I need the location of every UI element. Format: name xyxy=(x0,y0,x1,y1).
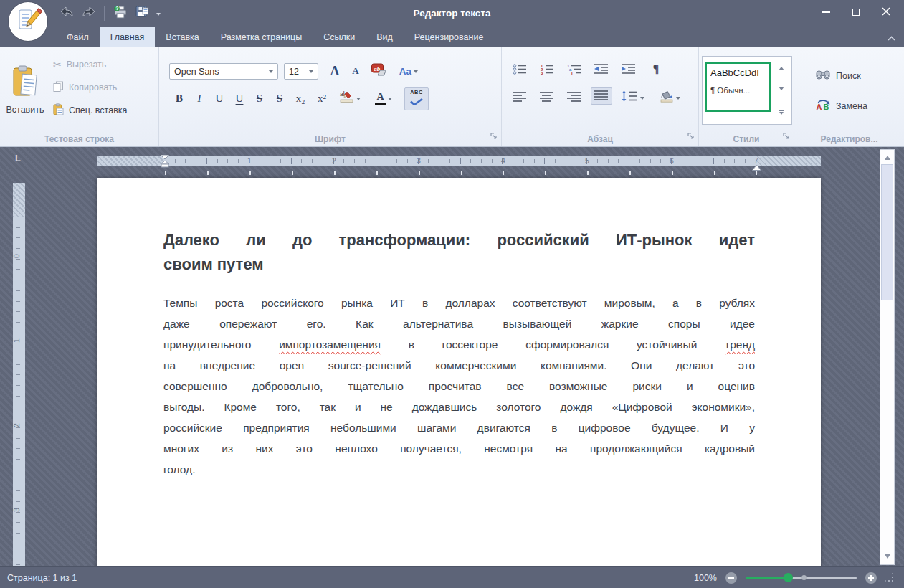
find-button[interactable]: Поиск xyxy=(816,67,861,85)
minimize-button[interactable] xyxy=(811,0,841,24)
font-color-button[interactable]: A xyxy=(370,89,397,108)
ruler-sub-ticks xyxy=(165,171,757,175)
scroll-down-button[interactable] xyxy=(880,551,894,564)
double-strikethrough-button[interactable]: S xyxy=(271,89,288,108)
heading-line: Далеко ли до трансформации: российский И… xyxy=(163,228,755,252)
decrease-indent-button[interactable] xyxy=(591,62,612,79)
tab-references[interactable]: Ссылки xyxy=(313,27,366,47)
align-left-button[interactable] xyxy=(509,89,530,106)
chevron-up-icon xyxy=(888,31,895,44)
italic-button[interactable]: I xyxy=(191,89,208,108)
change-case-button[interactable]: Aa xyxy=(394,62,423,80)
left-margin-hatch xyxy=(97,156,165,166)
gallery-up-button[interactable] xyxy=(779,64,784,70)
copy-button: Копировать xyxy=(53,79,117,96)
align-right-button[interactable] xyxy=(563,89,585,106)
numbered-list-button[interactable]: 1 2 3 xyxy=(536,62,558,79)
styles-group-label: Стили xyxy=(699,134,794,144)
redo-button[interactable] xyxy=(79,4,97,23)
font-size-combobox[interactable]: 12 xyxy=(284,63,318,80)
justify-icon xyxy=(594,90,609,103)
collapse-ribbon-button[interactable] xyxy=(878,27,904,47)
tab-insert[interactable]: Вставка xyxy=(155,27,209,47)
increase-indent-button[interactable] xyxy=(618,62,639,79)
justify-button[interactable] xyxy=(591,87,612,105)
zoom-in-button[interactable] xyxy=(865,572,877,584)
tab-stop-selector[interactable]: L xyxy=(11,151,24,164)
replace-button[interactable]: А B Замена xyxy=(816,98,867,115)
paste-special-button[interactable]: Спец. вставка xyxy=(53,102,127,119)
scrollbar-thumb[interactable] xyxy=(881,164,893,300)
gallery-down-button[interactable] xyxy=(779,87,784,93)
tab-view[interactable]: Вид xyxy=(366,27,404,47)
quick-access-menu-caret[interactable] xyxy=(156,13,161,18)
document-page[interactable]: Далеко ли до трансформации: российский И… xyxy=(97,178,821,566)
bullet-list-button[interactable] xyxy=(509,62,530,79)
maximize-button[interactable] xyxy=(841,0,871,24)
misspelled-word: импортозамещения xyxy=(279,338,381,351)
body-line: Темпы роста российского рынка ИТ в долла… xyxy=(163,293,755,313)
body-line: выгоды. Кроме того, так и не дождавшись … xyxy=(163,397,755,417)
styles-dialog-launcher[interactable] xyxy=(783,130,790,143)
app-logo[interactable] xyxy=(9,2,47,41)
document-paragraph: Темпы роста российского рынка ИТ в долла… xyxy=(163,293,755,480)
resize-grip[interactable] xyxy=(885,573,894,583)
zoom-out-button[interactable] xyxy=(725,572,737,584)
align-right-icon xyxy=(567,91,581,105)
horizontal-ruler: 1 2 3 4 5 6 7 xyxy=(97,156,821,166)
window-controls xyxy=(811,0,901,24)
vertical-scrollbar[interactable] xyxy=(880,149,895,565)
save-icon xyxy=(135,6,148,22)
style-normal-item[interactable]: AaBbCcDdI ¶ Обычн... xyxy=(705,62,771,112)
text-highlight-button[interactable]: ab xyxy=(336,89,364,108)
tab-review[interactable]: Рецензирование xyxy=(404,27,495,47)
paragraph-dialog-launcher[interactable] xyxy=(687,130,695,143)
clear-formatting-button[interactable]: ab xyxy=(368,62,390,80)
zoom-slider-fill xyxy=(746,577,788,579)
strikethrough-button[interactable]: S xyxy=(251,89,268,108)
paste-button[interactable]: Вставить xyxy=(4,53,46,126)
styles-group: AaBbCcDdI ¶ Обычн... Стили xyxy=(699,47,794,146)
styles-gallery: AaBbCcDdI ¶ Обычн... xyxy=(702,56,792,125)
shrink-font-button[interactable]: A xyxy=(347,62,364,80)
tab-file[interactable]: Файл xyxy=(56,27,100,47)
zoom-slider[interactable] xyxy=(746,577,857,579)
align-center-button[interactable] xyxy=(536,89,558,106)
tab-page-layout[interactable]: Разметка страницы xyxy=(210,27,313,47)
chevron-down-icon xyxy=(676,97,680,102)
indent-markers[interactable] xyxy=(160,155,170,171)
style-name: ¶ Обычн... xyxy=(710,86,766,95)
underline-button[interactable]: U xyxy=(211,89,228,108)
grow-font-button[interactable]: A xyxy=(325,62,344,80)
spellcheck-button[interactable]: ABC xyxy=(404,87,429,110)
style-preview-text: AaBbCcDdI xyxy=(710,67,766,78)
line-spacing-icon xyxy=(622,90,638,105)
svg-text:i: i xyxy=(571,71,573,75)
print-button[interactable]: ? xyxy=(111,4,130,23)
scroll-up-button[interactable] xyxy=(880,150,894,163)
line-spacing-button[interactable] xyxy=(618,89,648,106)
svg-text:3: 3 xyxy=(541,71,543,75)
superscript-button[interactable]: x² xyxy=(313,89,331,108)
subscript-button[interactable]: x₂ xyxy=(291,89,310,108)
redo-icon xyxy=(82,6,95,21)
save-button[interactable] xyxy=(133,4,151,23)
undo-button[interactable] xyxy=(57,4,76,23)
multilevel-list-button[interactable]: 1 a i xyxy=(563,62,585,79)
bullet-list-icon xyxy=(513,63,527,78)
gallery-more-button[interactable] xyxy=(779,110,784,118)
vertical-ruler: 0 1 2 3 xyxy=(13,183,25,566)
zoom-slider-notch xyxy=(801,575,807,580)
tab-home[interactable]: Главная xyxy=(100,27,156,47)
show-formatting-marks-button[interactable]: ¶ xyxy=(645,60,667,77)
document-heading: Далеко ли до трансформации: российский И… xyxy=(163,228,755,277)
font-dialog-launcher[interactable] xyxy=(490,130,498,143)
shading-button[interactable] xyxy=(655,89,685,106)
bold-button[interactable]: B xyxy=(171,89,188,108)
ribbon-tab-bar: Файл Главная Вставка Разметка страницы С… xyxy=(0,27,904,47)
double-underline-button[interactable]: U xyxy=(231,89,248,108)
close-button[interactable] xyxy=(871,0,901,24)
zoom-slider-thumb[interactable] xyxy=(784,573,793,582)
body-line: на внедрение open source-решений коммерч… xyxy=(163,355,755,376)
font-name-combobox[interactable]: Open Sans xyxy=(169,63,278,80)
